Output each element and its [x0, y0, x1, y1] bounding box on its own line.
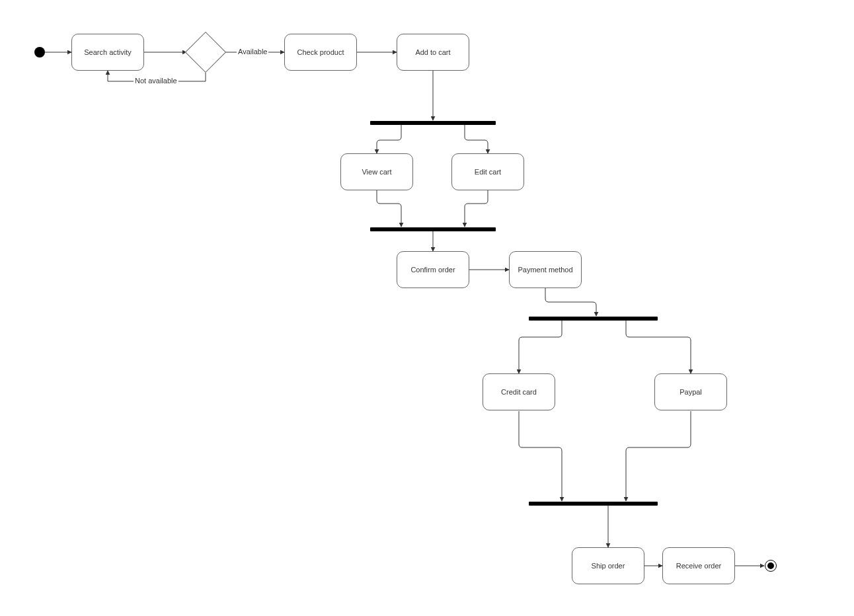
activity-view-cart: View cart — [340, 153, 413, 190]
activity-payment-method: Payment method — [509, 251, 582, 288]
decision-availability — [185, 32, 226, 73]
edge-label-not-available: Not available — [134, 77, 178, 85]
activity-confirm-order: Confirm order — [397, 251, 469, 288]
activity-label: Paypal — [679, 388, 702, 396]
activity-search: Search activity — [71, 34, 144, 71]
activity-paypal: Paypal — [654, 373, 727, 410]
join-bar-2 — [529, 502, 658, 506]
activity-diagram: Search activity Available Not available … — [0, 0, 854, 616]
initial-node — [34, 47, 45, 58]
activity-edit-cart: Edit cart — [451, 153, 524, 190]
activity-receive-order: Receive order — [662, 547, 735, 584]
edges-layer — [0, 0, 854, 616]
activity-label: Receive order — [676, 562, 721, 570]
activity-credit-card: Credit card — [483, 373, 555, 410]
activity-label: Ship order — [592, 562, 625, 570]
final-node — [765, 560, 777, 572]
activity-label: Check product — [297, 48, 344, 56]
activity-label: Search activity — [84, 48, 132, 56]
activity-add-to-cart: Add to cart — [397, 34, 469, 71]
activity-label: Confirm order — [410, 266, 455, 274]
join-bar-1 — [370, 227, 496, 231]
activity-label: Add to cart — [415, 48, 450, 56]
activity-ship-order: Ship order — [572, 547, 644, 584]
activity-label: Credit card — [501, 388, 537, 396]
activity-label: View cart — [362, 168, 391, 176]
fork-bar-1 — [370, 121, 496, 125]
activity-check-product: Check product — [284, 34, 357, 71]
activity-label: Edit cart — [475, 168, 501, 176]
activity-label: Payment method — [518, 266, 572, 274]
edge-label-available: Available — [237, 48, 268, 56]
fork-bar-2 — [529, 317, 658, 321]
